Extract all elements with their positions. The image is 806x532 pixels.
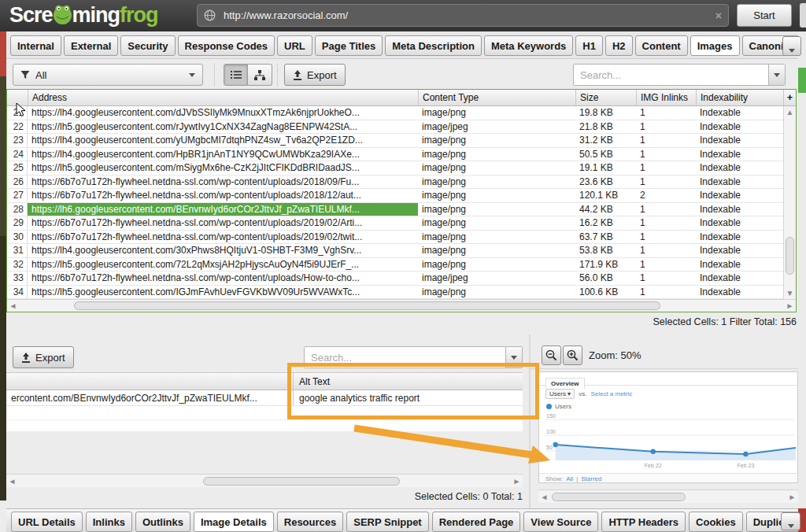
add-column-button[interactable]: + <box>783 90 796 105</box>
img-inlinks-cell[interactable]: 1 <box>636 231 696 244</box>
size-cell[interactable]: 171.9 KB <box>575 258 636 272</box>
zoom-out-button[interactable] <box>542 345 561 365</box>
row-number[interactable]: 27 <box>7 189 28 202</box>
tab-internal[interactable]: Internal <box>10 35 61 56</box>
img-inlinks-cell[interactable]: 1 <box>636 106 696 120</box>
scroll-right-icon[interactable]: ► <box>511 475 523 487</box>
row-number[interactable]: 21 <box>7 106 28 120</box>
preview-scrollbar-thumb[interactable] <box>552 493 686 501</box>
preview-horizontal-scrollbar[interactable]: ◄ ► <box>538 490 798 503</box>
size-cell[interactable]: 16.2 KB <box>575 216 636 230</box>
content-type-cell[interactable]: image/png <box>418 258 575 272</box>
tab-response-codes[interactable]: Response Codes <box>178 35 275 56</box>
indexability-cell[interactable]: Indexable <box>696 189 783 202</box>
bottom-tab-overflow-button[interactable] <box>781 512 800 530</box>
horizontal-scrollbar-thumb[interactable] <box>74 301 660 310</box>
column-header-content-type[interactable]: Content Type <box>418 90 575 105</box>
address-cell[interactable]: https://lh5.googleusercontent.com/72L2qM… <box>28 258 418 272</box>
content-type-cell[interactable]: image/png <box>418 231 575 244</box>
details-horizontal-scrollbar[interactable]: ◄ ► <box>6 474 523 487</box>
column-header-indexability[interactable]: Indexability <box>696 90 783 105</box>
scroll-left-icon[interactable]: ◄ <box>7 300 19 312</box>
size-cell[interactable]: 44.2 KB <box>575 203 636 216</box>
column-header-address[interactable]: Address <box>28 90 418 105</box>
details-alt-text-cell[interactable]: google analytics traffic report <box>293 390 523 405</box>
indexability-cell[interactable]: Indexable <box>696 203 783 216</box>
size-cell[interactable]: 63.7 KB <box>575 231 636 244</box>
img-inlinks-cell[interactable]: 1 <box>636 272 696 285</box>
address-cell[interactable]: https://6b7o7u172h-flywheel.netdna-ssl.c… <box>28 231 418 244</box>
img-inlinks-cell[interactable]: 1 <box>636 258 696 272</box>
row-number[interactable]: 22 <box>7 120 28 134</box>
row-number[interactable]: 29 <box>7 216 28 230</box>
bottom-tab-serp-snippet[interactable]: SERP Snippet <box>346 512 428 532</box>
address-cell[interactable]: https://lh6.googleusercontent.com/BEnvnw… <box>28 203 418 216</box>
address-cell[interactable]: https://6b7o7u172h-flywheel.netdna-ssl.c… <box>28 175 418 189</box>
address-cell[interactable]: https://6b7o7u172h-flywheel.netdna-ssl.c… <box>28 189 418 202</box>
url-input[interactable] <box>222 9 709 22</box>
content-type-cell[interactable]: image/png <box>418 286 575 299</box>
indexability-cell[interactable]: Indexable <box>696 258 783 272</box>
row-number[interactable]: 32 <box>7 258 28 272</box>
size-cell[interactable]: 21.8 KB <box>575 120 636 134</box>
address-cell[interactable]: https://lh5.googleusercontent.com/mSiygM… <box>28 161 418 175</box>
row-number[interactable]: 24 <box>7 148 28 161</box>
size-cell[interactable]: 19.8 KB <box>575 106 636 120</box>
address-cell[interactable]: https://lh4.googleusercontent.com/HpBR1j… <box>28 148 418 161</box>
start-button[interactable]: Start <box>737 4 792 27</box>
indexability-cell[interactable]: Indexable <box>696 175 783 189</box>
tab-images[interactable]: Images <box>690 35 740 56</box>
size-cell[interactable]: 120.1 KB <box>575 189 636 202</box>
indexability-cell[interactable]: Indexable <box>696 120 783 134</box>
content-type-cell[interactable]: image/jpeg <box>418 272 575 285</box>
img-inlinks-cell[interactable]: 2 <box>636 189 696 202</box>
scroll-up-icon[interactable]: ▲ <box>784 106 796 118</box>
column-header-img-inlinks[interactable]: IMG Inlinks <box>636 90 696 105</box>
content-type-cell[interactable]: image/png <box>418 244 575 257</box>
details-scrollbar-thumb[interactable] <box>203 477 400 486</box>
zoom-in-button[interactable] <box>563 345 582 365</box>
img-inlinks-cell[interactable]: 1 <box>636 175 696 189</box>
scroll-down-icon[interactable]: ▼ <box>784 287 796 299</box>
vertical-scrollbar[interactable]: ▲ ▼ <box>783 106 796 299</box>
content-type-cell[interactable]: image/png <box>418 134 575 147</box>
tree-view-button[interactable] <box>248 64 272 86</box>
bottom-tab-image-details[interactable]: Image Details <box>194 512 274 532</box>
row-number[interactable]: 31 <box>7 244 28 257</box>
scroll-right-icon[interactable]: ► <box>786 491 798 503</box>
details-address-cell[interactable]: ercontent.com/BEnvnwIyd6orCOr2JttvJf_pZw… <box>6 390 293 405</box>
bottom-tab-outlinks[interactable]: Outlinks <box>135 512 190 532</box>
indexability-cell[interactable]: Indexable <box>696 161 783 175</box>
address-cell[interactable]: https://lh4.googleusercontent.com/yUMgbc… <box>28 134 418 147</box>
size-cell[interactable]: 31.2 KB <box>575 134 636 147</box>
size-cell[interactable]: 50.5 KB <box>575 148 636 161</box>
indexability-cell[interactable]: Indexable <box>696 148 783 161</box>
address-cell[interactable]: https://6b7o7u172h-flywheel.netdna-ssl.c… <box>28 216 418 230</box>
export-button[interactable]: Export <box>284 64 346 86</box>
size-cell[interactable]: 56.0 KB <box>575 272 636 285</box>
tab-overflow-button[interactable] <box>782 36 801 56</box>
indexability-cell[interactable]: Indexable <box>696 134 783 147</box>
details-search-options-button[interactable] <box>505 347 522 368</box>
indexability-cell[interactable]: Indexable <box>696 286 783 299</box>
img-inlinks-cell[interactable]: 1 <box>636 120 696 134</box>
address-cell[interactable]: https://lh5.googleusercontent.com/rJywtI… <box>28 120 418 134</box>
row-number[interactable]: 23 <box>7 134 28 147</box>
size-cell[interactable]: 23.6 KB <box>575 175 636 189</box>
bottom-tab-inlinks[interactable]: Inlinks <box>86 512 132 532</box>
indexability-cell[interactable]: Indexable <box>696 216 783 230</box>
tab-external[interactable]: External <box>64 35 118 56</box>
search-input[interactable] <box>574 65 768 85</box>
tab-meta-keywords[interactable]: Meta Keywords <box>484 35 573 56</box>
img-inlinks-cell[interactable]: 1 <box>636 148 696 161</box>
column-header-size[interactable]: Size <box>575 90 636 105</box>
img-inlinks-cell[interactable]: 1 <box>636 203 696 216</box>
tab-h2[interactable]: H2 <box>605 35 633 56</box>
img-inlinks-cell[interactable]: 1 <box>636 286 696 299</box>
tab-meta-description[interactable]: Meta Description <box>385 35 482 56</box>
address-cell[interactable]: https://6b7o7u172h-flywheel.netdna-ssl.c… <box>28 272 418 285</box>
bottom-tab-view-source[interactable]: View Source <box>523 512 598 532</box>
size-cell[interactable]: 19.1 KB <box>575 161 636 175</box>
bottom-tab-resources[interactable]: Resources <box>277 512 343 532</box>
content-type-cell[interactable]: image/png <box>418 175 575 189</box>
